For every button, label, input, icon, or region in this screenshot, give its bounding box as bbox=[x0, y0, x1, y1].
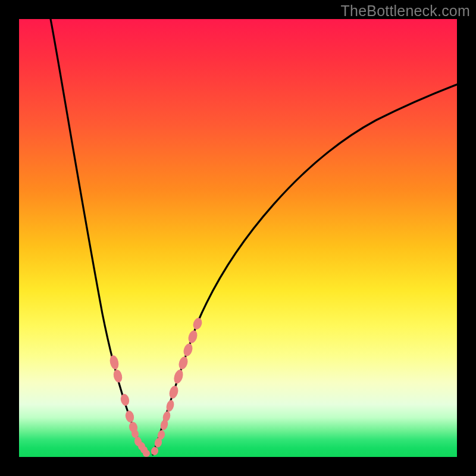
svg-point-2 bbox=[120, 393, 130, 407]
svg-point-9 bbox=[143, 450, 150, 457]
curve-layer bbox=[19, 19, 457, 457]
svg-point-17 bbox=[173, 368, 184, 384]
svg-point-20 bbox=[187, 329, 199, 344]
svg-point-21 bbox=[192, 317, 203, 330]
plot-area bbox=[19, 19, 457, 457]
svg-point-10 bbox=[151, 446, 159, 456]
svg-point-0 bbox=[108, 355, 120, 371]
right-dots-group bbox=[151, 317, 203, 456]
svg-point-3 bbox=[124, 410, 135, 424]
svg-point-19 bbox=[182, 342, 194, 357]
chart-frame: TheBottleneck.com bbox=[0, 0, 476, 476]
right-branch-path bbox=[153, 84, 457, 455]
watermark-text: TheBottleneck.com bbox=[341, 2, 470, 20]
svg-point-1 bbox=[112, 369, 124, 384]
svg-point-16 bbox=[168, 384, 180, 399]
svg-point-18 bbox=[177, 355, 189, 370]
left-branch-path bbox=[51, 19, 145, 455]
